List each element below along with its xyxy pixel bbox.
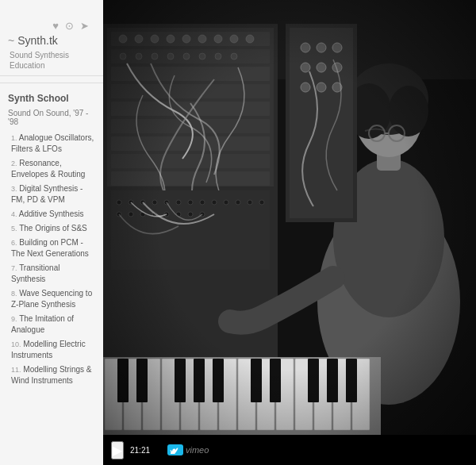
clock-icon[interactable]: ⊙ [65,21,74,31]
item-label: Modelling Electric Instruments [11,340,86,359]
item-label: Transitional Synthesis [11,263,60,283]
video-container[interactable]: ▶ 21:21 vimeo [103,0,476,465]
vimeo-icon [167,444,183,455]
item-num: 10. [11,340,21,348]
item-num: 7. [11,264,17,272]
share-icon[interactable]: ➤ [80,21,89,31]
item-num: 2. [11,159,17,167]
list-item[interactable]: 8. Wave Sequencing to Z-Plane Synthesis [0,286,103,312]
list-item[interactable]: 6. Building on PCM - The Next Generation… [0,236,103,261]
item-label: The Imitation of Analogue [11,314,74,334]
subsection-title: Sound On Sound, '97 - '98 [0,107,103,131]
vimeo-logo: vimeo [167,444,209,455]
header-icons: ♥ ⊙ ➤ [8,14,95,34]
sidebar-divider [0,83,103,83]
item-label: Analogue Oscillators, Filters & LFOs [11,133,94,153]
item-num: 1. [11,134,17,142]
item-label: Digital Synthesis - FM, PD & VPM [11,184,83,204]
svg-rect-99 [103,0,476,435]
item-num: 6. [11,239,17,247]
play-button[interactable]: ▶ [111,441,124,459]
vimeo-text: vimeo [186,445,209,455]
video-controls: ▶ 21:21 vimeo [103,435,476,465]
list-item[interactable]: 4. Additive Synthesis [0,207,103,221]
article-list: 1. Analogue Oscillators, Filters & LFOs … [0,131,103,388]
list-item[interactable]: 9. The Imitation of Analogue [0,312,103,337]
main-content: ▶ 21:21 vimeo [103,0,476,465]
item-label: Resonance, Envelopes & Routing [11,159,85,179]
list-item[interactable]: 3. Digital Synthesis - FM, PD & VPM [0,182,103,207]
item-label: Additive Synthesis [19,209,84,218]
video-time: 21:21 [130,446,158,455]
list-item[interactable]: 1. Analogue Oscillators, Filters & LFOs [0,131,103,156]
item-label: Wave Sequencing to Z-Plane Synthesis [11,289,92,309]
list-item[interactable]: 10. Modelling Electric Instruments [0,337,103,363]
item-num: 11. [11,366,21,374]
logo-name: Synth.tk [17,34,58,47]
section-title: Synth School [0,86,103,107]
item-num: 5. [11,225,17,232]
item-num: 9. [11,315,17,323]
app-wrapper: ♥ ⊙ ➤ ~ Synth.tk Sound Synthesis Educati… [0,0,476,465]
site-logo-area: ♥ ⊙ ➤ ~ Synth.tk Sound Synthesis Educati… [0,8,103,76]
item-num: 8. [11,290,17,298]
list-item[interactable]: 7. Transitional Synthesis [0,261,103,286]
item-num: 3. [11,185,17,193]
sidebar: ♥ ⊙ ➤ ~ Synth.tk Sound Synthesis Educati… [0,0,103,465]
logo-subtitle: Sound Synthesis Education [8,50,95,71]
heart-icon[interactable]: ♥ [52,21,59,31]
video-frame-svg [103,0,476,465]
item-label: The Origins of S&S [19,224,87,232]
item-num: 4. [11,210,17,218]
item-label: Modelling Strings & Wind Instruments [11,365,91,385]
logo-title[interactable]: ~ Synth.tk [8,34,95,47]
item-label: Building on PCM - The Next Generations [11,238,89,258]
list-item[interactable]: 11. Modelling Strings & Wind Instruments [0,363,103,388]
list-item[interactable]: 5. The Origins of S&S [0,221,103,236]
list-item[interactable]: 2. Resonance, Envelopes & Routing [0,156,103,182]
logo-wave-char: ~ [8,34,14,47]
